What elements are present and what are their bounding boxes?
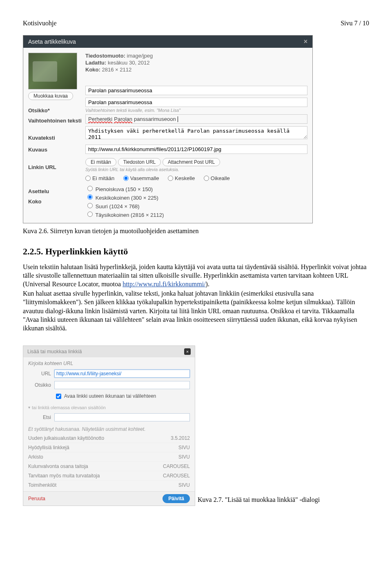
- align-none-radio[interactable]: Ei mitään: [85, 175, 114, 181]
- meta-label-format: Tiedostomuoto:: [85, 53, 125, 59]
- meta-value-size: 2816 × 2112: [102, 67, 131, 73]
- dialog2-title: Lisää tai muokkaa linkkiä: [27, 349, 82, 354]
- link-url-input[interactable]: [85, 145, 307, 154]
- url-input[interactable]: [54, 370, 190, 378]
- result-row[interactable]: ToimihenkilötSIVU: [28, 480, 190, 490]
- figure-caption-27: Kuva 2.7. "Lisää tai muokkaa linkkiä" -d…: [198, 496, 320, 506]
- result-row[interactable]: Hyödyllisiä linkkejäSIVU: [28, 443, 190, 452]
- meta-value-format: image/jpeg: [127, 53, 153, 59]
- meta-label-loaded: Ladattu:: [85, 60, 106, 66]
- result-row[interactable]: Tarvitaan myös muita turvataitojaCAROUSE…: [28, 471, 190, 480]
- url-label: URL: [28, 371, 54, 376]
- results-note: Et syöttänyt hakusanaa. Näytetään uusimm…: [28, 425, 190, 434]
- page-number: Sivu 7 / 10: [341, 20, 369, 27]
- description-input[interactable]: Yhdistyksen väki perheretkellä Parolan p…: [85, 126, 307, 139]
- search-label: Etsi: [28, 414, 54, 420]
- cancel-link[interactable]: Peruuta: [28, 496, 45, 501]
- insert-edit-link-dialog: Lisää tai muokkaa linkkiä × Kirjoita koh…: [23, 345, 195, 506]
- alt-input[interactable]: [85, 98, 307, 107]
- new-window-label: Avaa linkki uuteen ikkunaan tai välileht…: [64, 393, 156, 399]
- close-icon[interactable]: ×: [304, 38, 307, 45]
- body-paragraph-1: Usein tekstiin halutaan lisätä hyperlink…: [23, 263, 369, 288]
- align-right-radio[interactable]: Oikealle: [204, 175, 230, 181]
- close-icon[interactable]: ×: [184, 348, 191, 355]
- field-label-caption: Kuvateksti: [28, 135, 84, 141]
- title-input[interactable]: [54, 381, 190, 389]
- figure-caption-26: Kuva 2.6. Siirretyn kuvan tietojen ja mu…: [23, 227, 369, 235]
- size-thumb-radio[interactable]: Pienoiskuva (150 × 150): [85, 185, 307, 192]
- linkurl-hint: Syötä linkin URL tai käytä alla olevia a…: [85, 167, 307, 172]
- new-window-checkbox[interactable]: [56, 394, 61, 399]
- result-row[interactable]: Kulunvalvonta osana taitojaCAROUSEL: [28, 461, 190, 471]
- field-label-align: Asettelu: [28, 188, 84, 194]
- align-radio-group: Ei mitään Vasemmalle Keskelle Oikealle: [85, 175, 307, 182]
- size-medium-radio[interactable]: Keskikokoinen (300 × 225): [85, 193, 307, 201]
- result-row[interactable]: ArkistoSIVU: [28, 452, 190, 461]
- align-center-radio[interactable]: Keskelle: [168, 175, 195, 181]
- size-radio-group: Pienoiskuva (150 × 150) Keskikokoinen (3…: [85, 185, 307, 218]
- edit-image-button[interactable]: Muokkaa kuvaa: [28, 92, 73, 100]
- body-paragraph-2: Kun haluat asettaa sivulle hyperlinkin, …: [23, 289, 369, 332]
- meta-value-loaded: kesäkuu 30, 2012: [108, 60, 150, 66]
- link-attachment-button[interactable]: Attachment Post URL: [163, 158, 220, 166]
- field-label-alt: Vaihtoehtoinen teksti: [28, 118, 84, 124]
- field-label-size: Koko: [28, 198, 84, 205]
- field-label-title: Otsikko*: [28, 107, 84, 114]
- section-heading-225: 2.2.5. Hyperlinkkien käyttö: [23, 246, 369, 257]
- size-large-radio[interactable]: Suuri (1024 × 768): [85, 202, 307, 209]
- image-thumbnail: [28, 53, 77, 89]
- search-input[interactable]: [54, 413, 190, 421]
- link-fileurl-button[interactable]: Tiedoston URL: [118, 158, 161, 166]
- example-url-link[interactable]: http://www.rul.fi/kirkkonummi/: [122, 281, 205, 287]
- link-existing-toggle[interactable]: tai linkitä olemassa olevaan sisältöön: [23, 402, 195, 412]
- meta-label-size: Koko:: [85, 67, 100, 73]
- title-label: Otsikko: [28, 382, 54, 388]
- result-row[interactable]: Uuden julkaisualustan käyttöönotto3.5.20…: [28, 434, 190, 443]
- field-label-linkurl: Linkin URL: [28, 164, 84, 170]
- caption-input[interactable]: Perheretki Parolan panssarimuseoon: [85, 114, 307, 124]
- align-left-radio[interactable]: Vasemmalle: [123, 175, 159, 181]
- update-button[interactable]: Päivitä: [163, 494, 190, 503]
- link-none-button[interactable]: Ei mitään: [85, 158, 116, 166]
- dialog2-section1: Kirjoita kohteen URL: [23, 357, 195, 368]
- set-featured-image-dialog: Aseta artikkelikuva × Muokkaa kuvaa Otsi…: [23, 35, 313, 223]
- field-label-desc: Kuvaus: [28, 147, 84, 153]
- title-input[interactable]: [85, 86, 307, 95]
- alt-hint: Vaihtoehtoinen teksti kuvalle, esim. "Mo…: [85, 108, 307, 113]
- doc-title: Kotisivuohje: [23, 20, 57, 27]
- modal-title: Aseta artikkelikuva: [28, 38, 76, 45]
- size-full-radio[interactable]: Täysikokoinen (2816 × 2112): [85, 210, 307, 218]
